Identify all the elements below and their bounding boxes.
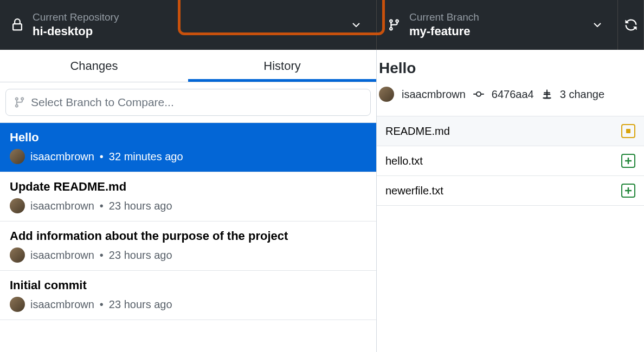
left-panel: Changes History Select Branch to Compare… [0,50,377,352]
compare-branch-bar: Select Branch to Compare... [0,82,376,123]
commit-title: Hello [10,131,366,145]
commit-time: 23 hours ago [109,200,172,212]
diff-icon [542,89,552,100]
git-branch-icon [14,96,25,108]
commit-item[interactable]: Update README.md isaacmbrown • 23 hours … [0,172,376,221]
compare-branch-selector[interactable]: Select Branch to Compare... [5,89,371,116]
commit-detail-title: Hello [377,60,644,77]
avatar [379,87,394,102]
commit-title: Initial commit [10,278,366,292]
main-content: Changes History Select Branch to Compare… [0,50,644,352]
branch-selector[interactable]: Current Branch my-feature [377,0,618,50]
tab-label: History [263,59,300,73]
commit-detail-header: Hello isaacmbrown 6476aa4 3 change [377,50,644,116]
commit-author: isaacmbrown [30,298,94,311]
commit-author: isaacmbrown [30,200,94,212]
file-name: README.md [385,125,450,138]
repository-selector[interactable]: Current Repository hi-desktop [0,0,377,50]
repo-name: hi-desktop [33,24,119,38]
commit-item[interactable]: Hello isaacmbrown • 32 minutes ago [0,123,376,172]
tab-history[interactable]: History [188,50,376,82]
compare-placeholder: Select Branch to Compare... [31,96,174,109]
modified-icon [621,124,635,138]
separator: • [100,151,104,163]
file-item[interactable]: hello.txt [377,146,644,176]
git-branch-icon [388,18,401,31]
caret-down-icon [594,23,601,27]
avatar [10,198,25,213]
commit-detail-meta: isaacmbrown 6476aa4 3 change [377,87,644,109]
avatar [10,297,25,312]
commit-time: 23 hours ago [109,249,172,262]
commit-sha-icon [473,89,484,100]
commit-meta: isaacmbrown • 32 minutes ago [10,149,366,164]
commit-time: 23 hours ago [109,298,172,311]
separator: • [100,249,104,262]
commit-meta: isaacmbrown • 23 hours ago [10,297,366,312]
commit-meta: isaacmbrown • 23 hours ago [10,247,366,263]
commit-title: Add information about the purpose of the… [10,229,366,243]
commit-title: Update README.md [10,180,366,194]
avatar [10,149,25,164]
commit-list: Hello isaacmbrown • 32 minutes ago Updat… [0,123,376,352]
tab-changes[interactable]: Changes [0,50,188,82]
commit-sha: 6476aa4 [492,88,534,101]
avatar [10,247,25,263]
file-name: hello.txt [385,155,423,167]
app-header: Current Repository hi-desktop Current Br… [0,0,644,50]
tab-label: Changes [70,59,118,73]
changed-files-list: README.mdhello.txtnewerfile.txt [377,116,644,206]
lock-icon [11,18,24,31]
file-name: newerfile.txt [385,185,443,197]
changed-files-count: 3 change [560,88,604,101]
sync-icon [624,18,637,31]
separator: • [100,298,104,311]
sync-button[interactable] [618,0,644,50]
branch-label: Current Branch [409,11,479,23]
file-item[interactable]: newerfile.txt [377,176,644,206]
separator: • [100,200,104,212]
file-item[interactable]: README.md [377,116,644,146]
tab-bar: Changes History [0,50,376,82]
added-icon [621,184,635,198]
branch-name: my-feature [409,24,479,38]
commit-item[interactable]: Initial commit isaacmbrown • 23 hours ag… [0,271,376,320]
commit-item[interactable]: Add information about the purpose of the… [0,221,376,271]
commit-time: 32 minutes ago [109,151,183,163]
added-icon [621,154,635,168]
commit-author: isaacmbrown [30,249,94,262]
commit-author: isaacmbrown [30,151,94,163]
commit-author: isaacmbrown [402,88,466,101]
repo-label: Current Repository [33,11,119,23]
caret-down-icon [352,23,360,27]
right-panel: Hello isaacmbrown 6476aa4 3 change READM… [377,50,644,352]
commit-meta: isaacmbrown • 23 hours ago [10,198,366,213]
